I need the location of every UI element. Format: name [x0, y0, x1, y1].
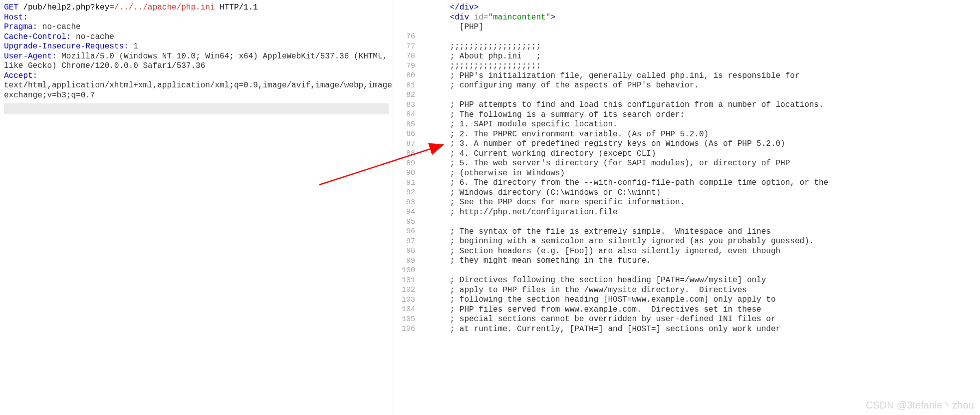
- code-line: ;;;;;;;;;;;;;;;;;;;: [421, 61, 978, 71]
- code-line: ; at runtime. Currently, [PATH=] and [HO…: [421, 325, 978, 335]
- code-line: ; Windows directory (C:\windows or C:\wi…: [421, 188, 978, 198]
- code-line: ; (otherwise in Windows): [421, 169, 978, 179]
- request-line: GET /pub/help2.php?key=/../../apache/php…: [4, 3, 389, 13]
- line-number: 99: [393, 256, 415, 266]
- line-number: 77: [393, 42, 415, 52]
- header-line: Upgrade-Insecure-Requests: 1: [4, 42, 389, 52]
- line-number: 106: [393, 324, 415, 334]
- line-number: 76: [393, 32, 415, 42]
- header-line: Cache-Control: no-cache: [4, 32, 389, 42]
- code-line: ; apply to PHP files in the /www/mysite …: [421, 286, 978, 296]
- response-body[interactable]: </div> <div id="maincontent"> [PHP] ;;;;…: [419, 0, 980, 415]
- line-number: 105: [393, 315, 415, 325]
- code-line: ; they might mean something in the futur…: [421, 256, 978, 266]
- code-line: ; PHP's initialization file, generally c…: [421, 71, 978, 81]
- header-key: Upgrade-Insecure-Requests:: [4, 42, 129, 51]
- header-line: Host:: [4, 13, 389, 23]
- code-line: ; 6. The directory from the --with-confi…: [421, 178, 978, 188]
- response-pane: 7677787980818283848586878889909192939495…: [393, 0, 980, 415]
- header-key: Host:: [4, 13, 28, 22]
- line-number: 100: [393, 266, 415, 276]
- header-key: Pragma:: [4, 22, 37, 31]
- line-number: 87: [393, 139, 415, 149]
- code-line: ; PHP files served from www.example.com.…: [421, 305, 978, 315]
- line-number: 90: [393, 168, 415, 178]
- header-value: no-cache: [71, 32, 114, 41]
- line-number: 81: [393, 81, 415, 91]
- code-line: <div id="maincontent">: [421, 13, 978, 23]
- code-line: [421, 32, 978, 42]
- header-value: text/html,application/xhtml+xml,applicat…: [4, 81, 393, 100]
- code-line: ; 3. A number of predefined registry key…: [421, 139, 978, 149]
- header-key: Cache-Control:: [4, 32, 71, 41]
- header-line: User-Agent: Mozilla/5.0 (Windows NT 10.0…: [4, 52, 389, 71]
- code-line: ; Directives following the section headi…: [421, 276, 978, 286]
- http-method: GET: [4, 3, 18, 12]
- line-number: 91: [393, 178, 415, 188]
- header-value: no-cache: [37, 22, 80, 31]
- req-path-prefix: /pub/help2.php?key=: [18, 3, 114, 12]
- line-number: 103: [393, 295, 415, 305]
- line-number: 80: [393, 71, 415, 81]
- code-line: ; PHP attempts to find and load this con…: [421, 100, 978, 110]
- code-line: [421, 91, 978, 101]
- line-number: 86: [393, 129, 415, 139]
- line-number: 102: [393, 285, 415, 295]
- code-line: ; special sections cannot be overridden …: [421, 315, 978, 325]
- line-number: 93: [393, 198, 415, 208]
- line-number: 94: [393, 207, 415, 217]
- header-key: Accept:: [4, 71, 37, 80]
- line-number: 83: [393, 100, 415, 110]
- code-line: ; 4. Current working directory (except C…: [421, 149, 978, 159]
- code-line: ; 1. SAPI module specific location.: [421, 120, 978, 130]
- line-number-gutter: 7677787980818283848586878889909192939495…: [393, 0, 419, 415]
- code-line: [421, 266, 978, 276]
- header-key: User-Agent:: [4, 52, 57, 61]
- request-pane: GET /pub/help2.php?key=/../../apache/php…: [0, 0, 393, 415]
- line-number: 98: [393, 246, 415, 256]
- code-line: ; 5. The web server's directory (for SAP…: [421, 159, 978, 169]
- code-line: ; http://php.net/configuration.file: [421, 208, 978, 218]
- header-line: Accept: text/html,application/xhtml+xml,…: [4, 71, 389, 101]
- code-line: </div>: [421, 3, 978, 13]
- line-number: 78: [393, 51, 415, 61]
- line-number: 92: [393, 188, 415, 198]
- line-number: 104: [393, 305, 415, 315]
- header-value: 1: [129, 42, 138, 51]
- line-number: 101: [393, 276, 415, 286]
- req-path-suffix: HTTP/1.1: [215, 3, 257, 12]
- line-number: 89: [393, 159, 415, 169]
- line-number: 95: [393, 217, 415, 227]
- code-line: ; following the section heading [HOST=ww…: [421, 295, 978, 305]
- line-number: 97: [393, 237, 415, 247]
- code-line: ; 2. The PHPRC environment variable. (As…: [421, 130, 978, 140]
- code-line: ; Section headers (e.g. [Foo]) are also …: [421, 247, 978, 257]
- watermark: CSDN @3tefanie丶zhou: [866, 399, 974, 412]
- code-line: ; See the PHP docs for more specific inf…: [421, 198, 978, 208]
- code-line: ; The following is a summary of its sear…: [421, 110, 978, 120]
- line-number: 84: [393, 110, 415, 120]
- header-value: Mozilla/5.0 (Windows NT 10.0; Win64; x64…: [4, 52, 387, 71]
- req-path-attack: /../../apache/php.ini: [114, 3, 215, 12]
- line-number: 88: [393, 149, 415, 159]
- code-line: ; configuring many of the aspects of PHP…: [421, 81, 978, 91]
- code-line: [PHP]: [421, 22, 978, 32]
- code-line: ; The syntax of the file is extremely si…: [421, 227, 978, 237]
- header-line: Pragma: no-cache: [4, 22, 389, 32]
- line-number: 96: [393, 227, 415, 237]
- request-edit-input[interactable]: [4, 103, 389, 114]
- code-line: [421, 217, 978, 227]
- line-number: 85: [393, 120, 415, 130]
- code-line: ; beginning with a semicolon are silentl…: [421, 237, 978, 247]
- code-line: ;;;;;;;;;;;;;;;;;;;: [421, 42, 978, 52]
- code-line: ; About php.ini ;: [421, 52, 978, 62]
- line-number: 82: [393, 90, 415, 100]
- line-number: 79: [393, 61, 415, 71]
